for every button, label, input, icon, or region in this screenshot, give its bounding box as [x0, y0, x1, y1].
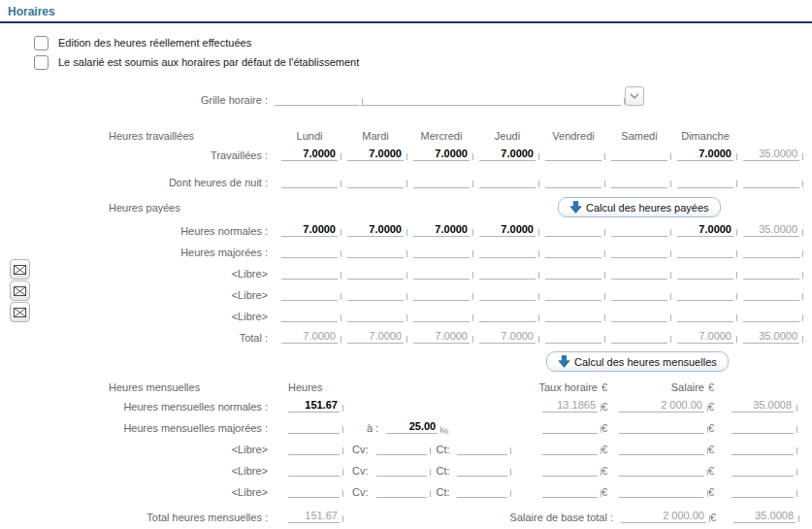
cv-field[interactable] [376, 440, 427, 455]
salaire-column-header: Salaire [619, 381, 704, 393]
grille-dropdown-button[interactable] [625, 86, 644, 106]
hours-field-dimanche[interactable] [677, 173, 733, 188]
hours-field-vendredi[interactable] [545, 285, 601, 301]
fields-group [281, 173, 809, 188]
hours-field-jeudi[interactable] [479, 243, 536, 258]
hours-field-mardi[interactable] [347, 264, 404, 280]
hours-field-mercredi[interactable] [413, 285, 470, 301]
weekly-equivalent-field [731, 440, 794, 455]
ct-field[interactable] [457, 461, 507, 477]
hours-field-mardi[interactable] [347, 173, 404, 188]
ct-field[interactable] [457, 482, 507, 498]
salaire-field [619, 461, 704, 477]
hours-field-jeudi[interactable]: 7.0000 [479, 146, 536, 161]
hours-field-vendredi[interactable] [545, 146, 601, 161]
hours-field-lundi[interactable]: 7.0000 [281, 221, 338, 237]
hours-field-dimanche: 7.0000 [677, 328, 733, 344]
majoration-pct-field[interactable]: 25.00 [386, 418, 438, 434]
week-total-field [743, 307, 799, 322]
edition-heures-label: Edition des heures réellement effectuées [58, 37, 251, 49]
taux-horaire-column-header: Taux horaire [528, 381, 598, 393]
week-total-field: 35.0000 [743, 328, 799, 344]
salaire-field [619, 418, 704, 434]
hours-field-samedi[interactable] [611, 173, 667, 188]
hours-field-mardi[interactable] [347, 307, 404, 322]
hours-field-samedi[interactable] [611, 243, 667, 258]
hours-field-samedi[interactable] [611, 307, 667, 322]
hours-field-mardi[interactable] [347, 285, 404, 301]
hours-field-jeudi[interactable]: 7.0000 [479, 221, 536, 237]
row-label: Heures majorées : [0, 247, 268, 258]
hours-field-mercredi[interactable] [413, 264, 470, 280]
total-heures-mensuelles-field: 151.67 [288, 508, 340, 523]
hours-field-mercredi[interactable]: 7.0000 [413, 146, 470, 161]
hours-field-samedi[interactable] [611, 146, 667, 161]
hours-field-jeudi[interactable] [479, 173, 536, 188]
hours-field-mercredi[interactable] [413, 173, 470, 188]
edition-heures-checkbox[interactable] [34, 36, 49, 50]
hours-field-dimanche[interactable]: 7.0000 [677, 146, 733, 161]
hours-field-mercredi[interactable]: 7.0000 [413, 221, 470, 237]
cv-field[interactable] [376, 482, 427, 498]
cv-label: Cv: [352, 444, 369, 455]
hours-field-lundi[interactable] [281, 243, 338, 258]
day-header-mercredi: Mercredi [413, 130, 470, 142]
hours-field-jeudi[interactable] [479, 264, 536, 280]
row-label: <Libre> [0, 465, 268, 477]
hours-field-lundi[interactable] [281, 264, 338, 280]
week-total-field [743, 264, 799, 280]
hours-field-dimanche[interactable] [677, 243, 733, 258]
libre-edit-button[interactable] [10, 281, 30, 301]
hours-field-jeudi[interactable] [479, 285, 536, 301]
fields-group [281, 307, 809, 322]
calc-heures-payees-button[interactable]: Calcul des heures payées [558, 197, 721, 217]
cv-label: Cv: [352, 465, 369, 477]
hours-field-vendredi[interactable] [545, 243, 601, 258]
cv-label: Cv: [352, 486, 369, 498]
hours-field-mercredi[interactable] [413, 307, 470, 322]
hours-field-vendredi[interactable] [545, 264, 601, 280]
heures-mensuelles-normales-field[interactable]: 151.67 [288, 397, 340, 413]
hours-field-mercredi[interactable] [413, 243, 470, 258]
hours-field-samedi[interactable] [611, 264, 667, 280]
hours-field-mardi[interactable]: 7.0000 [347, 146, 404, 161]
hours-field-lundi[interactable] [281, 173, 338, 188]
hours-row: Total :7.00007.00007.00007.00007.000035.… [0, 326, 812, 344]
hours-field-mardi[interactable]: 7.0000 [347, 221, 404, 237]
grille-code-field[interactable] [275, 90, 359, 106]
down-arrow-icon [558, 355, 570, 368]
calc-heures-mensuelles-button[interactable]: Calcul des heures mensuelles [546, 351, 729, 372]
horaires-defaut-label: Le salarié est soumis aux horaires par d… [58, 56, 359, 68]
libre-edit-button[interactable] [10, 302, 30, 322]
libre-heures-field[interactable] [288, 440, 340, 455]
total-heures-mensuelles-label: Total heures mensuelles : [0, 512, 268, 523]
hours-field-dimanche[interactable]: 7.0000 [677, 221, 733, 237]
hours-field-dimanche[interactable] [677, 285, 733, 301]
hours-field-lundi[interactable] [281, 285, 338, 301]
libre-heures-field[interactable] [288, 482, 340, 498]
hours-row: <Libre> [0, 262, 812, 280]
hours-field-vendredi[interactable] [545, 173, 601, 188]
grille-name-field[interactable] [361, 90, 621, 106]
hours-field-mardi[interactable] [347, 243, 404, 258]
hours-field-jeudi[interactable] [479, 307, 536, 322]
euro-sign: € [710, 512, 720, 523]
taux-horaire-field [542, 418, 598, 434]
hours-field-vendredi[interactable] [545, 307, 601, 322]
hours-field-samedi[interactable] [611, 285, 667, 301]
libre-heures-field[interactable] [288, 461, 340, 477]
row-label: <Libre> [0, 311, 268, 322]
row-label: Total : [0, 332, 268, 344]
hours-field-lundi[interactable]: 7.0000 [281, 146, 338, 161]
hours-field-dimanche[interactable] [677, 264, 733, 280]
libre-edit-button[interactable] [10, 259, 30, 280]
hours-field-vendredi[interactable] [545, 221, 601, 237]
hours-field-samedi[interactable] [611, 221, 667, 237]
heures-mensuelles-majorees-field[interactable] [288, 418, 340, 434]
hours-field-dimanche[interactable] [677, 307, 733, 322]
ct-field[interactable] [457, 440, 507, 455]
cv-field[interactable] [376, 461, 427, 477]
hours-field-lundi[interactable] [281, 307, 338, 322]
horaires-defaut-checkbox[interactable] [34, 55, 49, 70]
heures-column-header: Heures [288, 381, 340, 393]
